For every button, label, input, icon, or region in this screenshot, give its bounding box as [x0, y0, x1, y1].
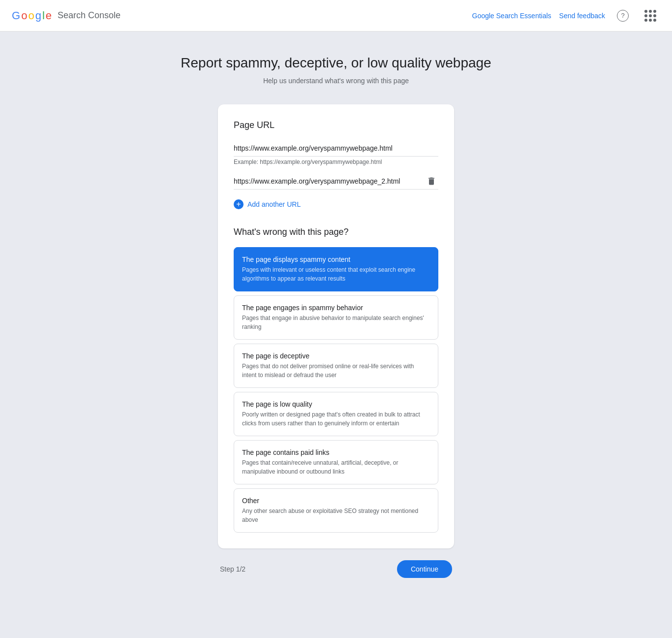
issues-section-title: What's wrong with this page?	[234, 227, 438, 237]
url1-hint: Example: https://example.org/veryspammyw…	[234, 159, 438, 165]
form-footer: Step 1/2 Continue	[218, 560, 454, 578]
header: G o o g l e Search Console Google Search…	[0, 0, 672, 32]
option-low-quality-title: The page is low quality	[242, 400, 430, 408]
option-spammy-content-title: The page displays spammy content	[242, 255, 430, 263]
option-spammy-behavior[interactable]: The page engages in spammy behavior Page…	[234, 295, 438, 340]
option-spammy-content-desc: Pages with irrelevant or useless content…	[242, 265, 430, 283]
trash-icon	[427, 176, 436, 186]
options-list: The page displays spammy content Pages w…	[234, 247, 438, 533]
url-section-title: Page URL	[234, 120, 438, 130]
option-paid-links-desc: Pages that contain/receive unnatural, ar…	[242, 458, 430, 476]
option-deceptive[interactable]: The page is deceptive Pages that do not …	[234, 344, 438, 388]
option-deceptive-desc: Pages that do not deliver promised onlin…	[242, 362, 430, 380]
grid-icon	[644, 10, 656, 22]
form-card: Page URL Example: https://example.org/ve…	[218, 104, 454, 548]
main-content: Report spammy, deceptive, or low quality…	[0, 32, 672, 617]
option-low-quality-desc: Poorly written or designed page that's o…	[242, 410, 430, 428]
apps-button[interactable]	[641, 6, 660, 26]
option-other-desc: Any other search abuse or exploitative S…	[242, 507, 430, 524]
url2-group	[234, 173, 438, 190]
google-logo: G o o g l e	[12, 9, 52, 22]
page-subtitle: Help us understand what's wrong with thi…	[263, 77, 409, 85]
step-indicator: Step 1/2	[220, 565, 245, 573]
option-spammy-behavior-desc: Pages that engage in abusive behavior to…	[242, 314, 430, 331]
logo-letter-l: l	[42, 9, 45, 22]
add-circle-icon: +	[234, 199, 244, 209]
add-url-label: Add another URL	[247, 200, 301, 208]
logo-letter-o1: o	[21, 9, 27, 22]
add-url-button[interactable]: + Add another URL	[234, 197, 301, 211]
delete-url2-button[interactable]	[425, 174, 438, 188]
url1-input[interactable]	[234, 140, 438, 157]
option-deceptive-title: The page is deceptive	[242, 352, 430, 360]
option-paid-links-title: The page contains paid links	[242, 448, 430, 456]
option-spammy-content[interactable]: The page displays spammy content Pages w…	[234, 247, 438, 291]
send-feedback-link[interactable]: Send feedback	[559, 12, 605, 20]
option-other-title: Other	[242, 497, 430, 505]
option-other[interactable]: Other Any other search abuse or exploita…	[234, 488, 438, 533]
page-title: Report spammy, deceptive, or low quality…	[181, 55, 491, 71]
help-icon: ?	[617, 10, 629, 22]
option-spammy-behavior-title: The page engages in spammy behavior	[242, 304, 430, 312]
option-paid-links[interactable]: The page contains paid links Pages that …	[234, 440, 438, 484]
google-search-essentials-link[interactable]: Google Search Essentials	[472, 12, 551, 20]
help-button[interactable]: ?	[613, 6, 633, 26]
logo-letter-e: e	[46, 9, 52, 22]
logo-area: G o o g l e Search Console	[12, 9, 121, 22]
url1-group: Example: https://example.org/veryspammyw…	[234, 140, 438, 165]
logo-letter-o2: o	[28, 9, 34, 22]
logo-letter-g: G	[12, 9, 20, 22]
continue-button[interactable]: Continue	[397, 560, 452, 578]
url2-input[interactable]	[234, 173, 425, 189]
option-low-quality[interactable]: The page is low quality Poorly written o…	[234, 392, 438, 436]
logo-letter-g2: g	[35, 9, 41, 22]
app-name: Search Console	[58, 10, 121, 21]
header-actions: Google Search Essentials Send feedback ?	[472, 6, 661, 26]
